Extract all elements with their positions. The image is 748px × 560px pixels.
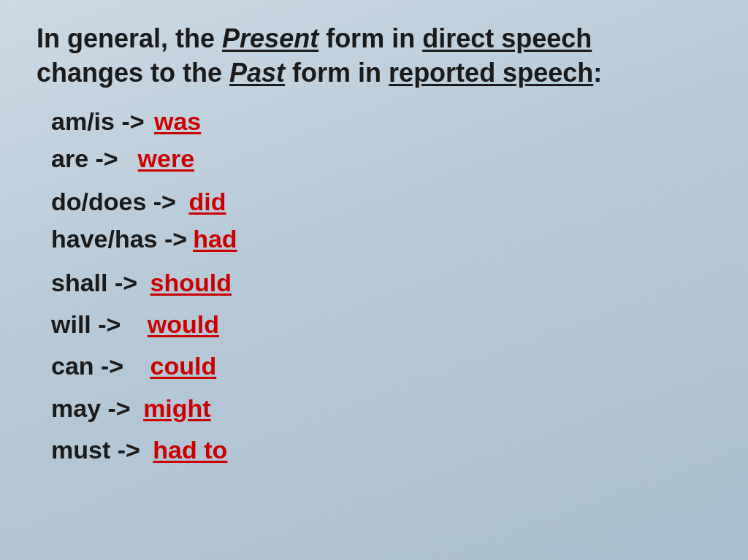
intro-reported-speech: reported speech [389,58,593,88]
intro-line1: In general, the Present form in direct s… [37,23,592,53]
list-item: am/is -> was [51,104,711,139]
left-text-5: shall -> [51,265,145,301]
list-item: must -> had to [51,432,711,468]
intro-text: In general, the Present form in direct s… [37,22,711,91]
right-text-7: could [150,348,217,384]
right-text-8: might [143,391,211,426]
list-item: do/does -> did [51,184,711,220]
left-text-9: must -> [51,432,147,468]
list-item: will -> would [51,307,711,342]
intro-colon: : [593,58,602,88]
intro-line2: changes to the Past form in reported spe… [37,58,602,88]
right-text-2: were [138,141,195,177]
right-text-1: was [154,104,201,139]
left-text-2: are -> [51,141,132,177]
intro-direct-speech: direct speech [422,23,592,53]
intro-present: Present [222,23,318,53]
right-text-3: did [188,184,226,220]
left-text-7: can -> [51,348,145,384]
intro-before-present: In general, the [37,23,222,53]
intro-after-past: form in [285,58,389,88]
intro-after-present: form in [318,23,422,53]
list-item: are -> were [51,141,711,177]
list-item: may -> might [51,391,711,426]
right-text-5: should [150,265,232,301]
intro-past: Past [229,58,285,88]
list-item: have/has -> had [51,221,711,257]
list-item: can -> could [51,348,711,384]
intro-before-past: changes to the [37,58,229,88]
left-text-1: am/is -> [51,104,151,139]
left-text-6: will -> [51,307,142,342]
list-item: shall -> should [51,265,711,301]
right-text-9: had to [153,432,227,468]
right-text-4: had [193,221,237,257]
left-text-8: may -> [51,391,137,426]
content-area: am/is -> was are -> were do/does -> did … [37,104,711,469]
slide: In general, the Present form in direct s… [0,0,748,560]
right-text-6: would [148,307,219,342]
left-text-4: have/has -> [51,221,187,257]
left-text-3: do/does -> [51,184,183,220]
